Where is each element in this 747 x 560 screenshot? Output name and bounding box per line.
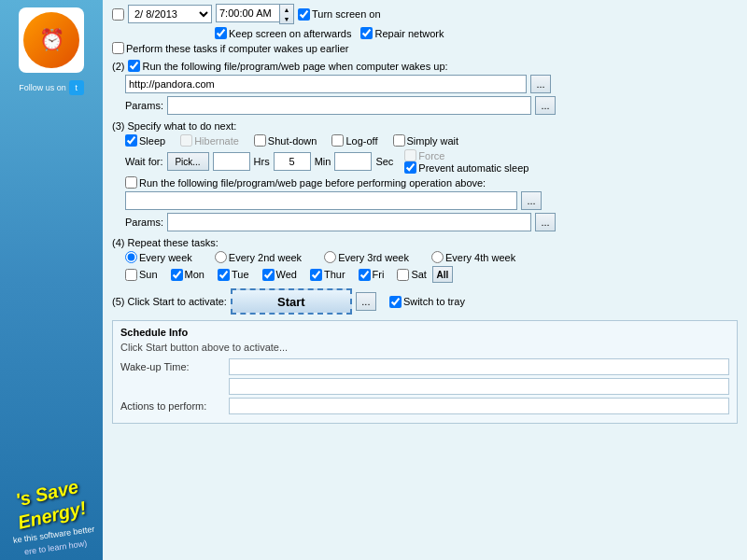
sec-label: Sec — [375, 156, 393, 167]
wed-checkbox[interactable] — [262, 269, 275, 281]
url-browse-button[interactable]: ... — [530, 75, 551, 93]
wakeup-field — [229, 358, 729, 375]
time-input[interactable] — [216, 4, 279, 22]
prevent-sleep-label[interactable]: Prevent automatic sleep — [404, 161, 529, 174]
every-3rd-radio[interactable] — [324, 251, 336, 263]
shutdown-checkbox[interactable] — [254, 134, 266, 147]
sat-checkbox[interactable] — [397, 269, 409, 281]
thur-label[interactable]: Thur — [310, 269, 345, 281]
section2-number: (2) — [112, 61, 124, 72]
run-before-params-row: Params: ... — [125, 213, 738, 231]
keep-screen-label[interactable]: Keep screen on afterwards — [215, 27, 351, 39]
section5-header: (5) Click Start to activate: — [112, 296, 227, 307]
sidebar-banner: 's Save Energy! ke this software better … — [4, 407, 99, 553]
run-before-browse-button[interactable]: ... — [521, 191, 542, 210]
switch-tray-label[interactable]: Switch to tray — [389, 296, 465, 308]
min-input[interactable] — [274, 152, 311, 171]
run-before-params-label: Params: — [125, 217, 163, 228]
spin-up-icon[interactable]: ▲ — [280, 5, 293, 14]
prevent-sleep-checkbox[interactable] — [404, 161, 416, 174]
logoff-label[interactable]: Log-off — [331, 134, 377, 147]
date-checkbox[interactable] — [112, 8, 124, 21]
every-week-radio[interactable] — [125, 251, 137, 263]
fri-label[interactable]: Fri — [359, 269, 385, 281]
section2-label[interactable]: Run the following file/program/web page … — [128, 60, 447, 72]
wakes-label[interactable]: Perform these tasks if computer wakes up… — [112, 42, 348, 54]
every-2nd-label[interactable]: Every 2nd week — [215, 251, 302, 263]
sun-label[interactable]: Sun — [125, 269, 158, 281]
spin-down-icon[interactable]: ▼ — [280, 14, 293, 23]
every-4th-radio[interactable] — [431, 251, 444, 263]
turn-screen-checkbox[interactable] — [298, 8, 310, 21]
wakeup-row: Wake-up Time: — [120, 358, 729, 375]
section2-checkbox[interactable] — [128, 60, 140, 72]
sec-input[interactable] — [334, 152, 372, 171]
run-before-params-browse[interactable]: ... — [535, 213, 556, 231]
hibernate-checkbox[interactable] — [180, 134, 192, 147]
sat-label[interactable]: Sat — [397, 269, 427, 281]
wed-label[interactable]: Wed — [262, 269, 297, 281]
every-2nd-radio[interactable] — [215, 251, 227, 263]
follow-us-label: Follow us on t — [19, 80, 84, 95]
run-before-row: Run the following file/program/web page … — [125, 176, 738, 189]
section5-header-row: (5) Click Start to activate: Start ... S… — [112, 288, 738, 315]
days-row: Sun Mon Tue Wed Thur — [125, 266, 738, 283]
sleep-checkbox[interactable] — [125, 134, 137, 147]
start-dots-button[interactable]: ... — [356, 292, 376, 311]
mon-label[interactable]: Mon — [171, 269, 204, 281]
keep-screen-checkbox[interactable] — [215, 27, 227, 39]
section-2: (2) Run the following file/program/web p… — [112, 60, 738, 115]
hibernate-label[interactable]: Hibernate — [180, 134, 239, 147]
force-label[interactable]: Force — [404, 149, 529, 161]
time-spinner[interactable]: ▲ ▼ — [279, 4, 294, 24]
turn-screen-label[interactable]: Turn screen on — [298, 8, 381, 21]
force-checkbox[interactable] — [404, 149, 416, 161]
every-3rd-label[interactable]: Every 3rd week — [324, 251, 409, 263]
app-logo: ⏰ — [19, 7, 84, 73]
section-5: (5) Click Start to activate: Start ... S… — [112, 288, 738, 315]
repair-network-label[interactable]: Repair network — [360, 27, 444, 39]
repair-network-checkbox[interactable] — [360, 27, 373, 39]
schedule-info-title: Schedule Info — [120, 327, 729, 338]
fri-checkbox[interactable] — [359, 269, 371, 281]
every-week-label[interactable]: Every week — [125, 251, 192, 263]
shutdown-label[interactable]: Shut-down — [254, 134, 317, 147]
sidebar: ⏰ Follow us on t 's Save Energy! ke this… — [0, 0, 103, 560]
run-before-url-input[interactable] — [125, 191, 517, 210]
tue-checkbox[interactable] — [218, 269, 230, 281]
main-content: 2/ 8/2013 ▲ ▼ Turn screen on Keep — [103, 0, 747, 560]
repeat-options-row: Every week Every 2nd week Every 3rd week… — [125, 251, 738, 263]
simplywait-label[interactable]: Simply wait — [393, 134, 459, 147]
schedule-info-box: Schedule Info Click Start button above t… — [112, 320, 738, 424]
section-4: (4) Repeat these tasks: Every week Every… — [112, 237, 738, 283]
actions-label: Actions to perform: — [120, 400, 223, 412]
switch-tray-checkbox[interactable] — [389, 296, 402, 308]
pick-button[interactable]: Pick... — [167, 152, 209, 171]
mon-checkbox[interactable] — [171, 269, 183, 281]
waitfor-label: Wait for: — [125, 156, 163, 167]
simplywait-checkbox[interactable] — [393, 134, 405, 147]
thur-checkbox[interactable] — [310, 269, 322, 281]
params-browse-button[interactable]: ... — [535, 96, 556, 115]
section-3: (3) Specify what to do next: Sleep Hiber… — [112, 120, 738, 231]
run-before-checkbox[interactable] — [125, 176, 137, 189]
run-before-label[interactable]: Run the following file/program/web page … — [125, 176, 486, 189]
sleep-label[interactable]: Sleep — [125, 134, 165, 147]
date-select[interactable]: 2/ 8/2013 — [128, 5, 212, 23]
keep-screen-row: Keep screen on afterwards Repair network — [215, 27, 738, 39]
every-4th-label[interactable]: Every 4th week — [431, 251, 515, 263]
sun-checkbox[interactable] — [125, 269, 137, 281]
wakeup-label: Wake-up Time: — [120, 361, 223, 372]
start-button[interactable]: Start — [231, 288, 352, 315]
logoff-checkbox[interactable] — [331, 134, 344, 147]
wakes-row: Perform these tasks if computer wakes up… — [112, 42, 738, 54]
params-input[interactable] — [167, 96, 531, 115]
tue-label[interactable]: Tue — [218, 269, 249, 281]
run-before-params-input[interactable] — [167, 213, 531, 231]
all-button[interactable]: All — [432, 266, 453, 283]
hrs-input[interactable] — [213, 152, 250, 171]
min-label: Min — [315, 156, 331, 167]
url-input[interactable] — [125, 75, 527, 93]
clock-icon: ⏰ — [39, 28, 64, 52]
wakes-checkbox[interactable] — [112, 42, 124, 54]
